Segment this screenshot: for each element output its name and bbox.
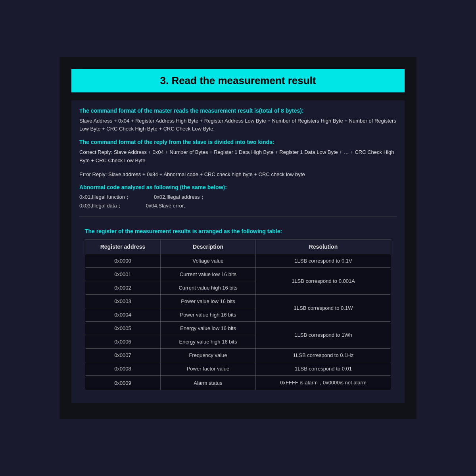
section1-body: Slave Address + 0x04 + Register Address … bbox=[79, 117, 397, 134]
abnormal-code-row-2: 0x03,Illegal data； 0x04,Slave error。 bbox=[79, 202, 397, 209]
table-row: 0x0003Power value low 16 bits1LSB corres… bbox=[85, 295, 391, 308]
cell-description: Alarm status bbox=[160, 376, 255, 390]
cell-description: Current value low 16 bits bbox=[160, 268, 255, 281]
cell-address: 0x0000 bbox=[85, 254, 161, 268]
col-header-resolution: Resolution bbox=[256, 240, 391, 254]
cell-resolution: 1LSB correspond to 0.01 bbox=[256, 362, 391, 376]
section2-heading: The command format of the reply from the… bbox=[79, 139, 397, 145]
cell-description: Energy value low 16 bits bbox=[160, 322, 255, 335]
content-area: The command format of the master reads t… bbox=[71, 100, 405, 403]
cell-address: 0x0005 bbox=[85, 322, 161, 335]
correct-reply-text: Correct Reply: Slave Address + 0x04 + Nu… bbox=[79, 148, 397, 165]
table-row: 0x0007Frequency value1LSB correspond to … bbox=[85, 349, 391, 362]
table-row: 0x0008Power factor value1LSB correspond … bbox=[85, 362, 391, 376]
register-table: Register address Description Resolution … bbox=[85, 239, 391, 390]
cell-resolution: 1LSB correspond to 0.001A bbox=[256, 268, 391, 295]
cell-description: Current value high 16 bits bbox=[160, 281, 255, 295]
cell-address: 0x0004 bbox=[85, 308, 161, 322]
cell-description: Power value low 16 bits bbox=[160, 295, 255, 308]
cell-description: Voltage value bbox=[160, 254, 255, 268]
code-01: 0x01,Illegal function； bbox=[79, 194, 130, 201]
code-03: 0x03,Illegal data； bbox=[79, 202, 122, 209]
code-02: 0x02,Illegal address； bbox=[154, 194, 205, 201]
table-row: 0x0009Alarm status0xFFFF is alarm，0x0000… bbox=[85, 376, 391, 390]
cell-address: 0x0009 bbox=[85, 376, 161, 390]
cell-address: 0x0002 bbox=[85, 281, 161, 295]
table-row: 0x0000Voltage value1LSB correspond to 0.… bbox=[85, 254, 391, 268]
section-divider bbox=[79, 217, 397, 217]
cell-resolution: 1LSB correspond to 0.1Hz bbox=[256, 349, 391, 362]
table-intro-text: The register of the measurement results … bbox=[85, 228, 391, 234]
table-header-row: Register address Description Resolution bbox=[85, 240, 391, 254]
cell-description: Frequency value bbox=[160, 349, 255, 362]
section3-heading: Abnormal code analyzed as following (the… bbox=[79, 184, 397, 190]
section1-heading: The command format of the master reads t… bbox=[79, 107, 397, 114]
cell-description: Energy value high 16 bits bbox=[160, 335, 255, 349]
cell-resolution: 1LSB correspond to 0.1V bbox=[256, 254, 391, 268]
col-header-description: Description bbox=[160, 240, 255, 254]
cell-resolution: 1LSB correspond to 1Wh bbox=[256, 322, 391, 349]
code-04: 0x04,Slave error。 bbox=[146, 202, 189, 209]
cell-resolution: 0xFFFF is alarm，0x0000is not alarm bbox=[256, 376, 391, 390]
abnormal-codes: 0x01,Illegal function； 0x02,Illegal addr… bbox=[79, 194, 397, 209]
cell-address: 0x0001 bbox=[85, 268, 161, 281]
cell-address: 0x0006 bbox=[85, 335, 161, 349]
page-title: 3. Read the measurement result bbox=[79, 75, 397, 87]
cell-address: 0x0008 bbox=[85, 362, 161, 376]
cell-address: 0x0007 bbox=[85, 349, 161, 362]
table-section: The register of the measurement results … bbox=[79, 224, 397, 396]
cell-description: Power factor value bbox=[160, 362, 255, 376]
cell-description: Power value high 16 bits bbox=[160, 308, 255, 322]
table-row: 0x0005Energy value low 16 bits1LSB corre… bbox=[85, 322, 391, 335]
page-container: 3. Read the measurement result The comma… bbox=[60, 57, 416, 419]
cell-resolution: 1LSB correspond to 0.1W bbox=[256, 295, 391, 322]
abnormal-code-row-1: 0x01,Illegal function； 0x02,Illegal addr… bbox=[79, 194, 397, 201]
col-header-address: Register address bbox=[85, 240, 161, 254]
table-row: 0x0001Current value low 16 bits1LSB corr… bbox=[85, 268, 391, 281]
cell-address: 0x0003 bbox=[85, 295, 161, 308]
title-bar: 3. Read the measurement result bbox=[71, 69, 405, 92]
error-reply-text: Error Reply: Slave address + 0x84 + Abno… bbox=[79, 171, 397, 179]
